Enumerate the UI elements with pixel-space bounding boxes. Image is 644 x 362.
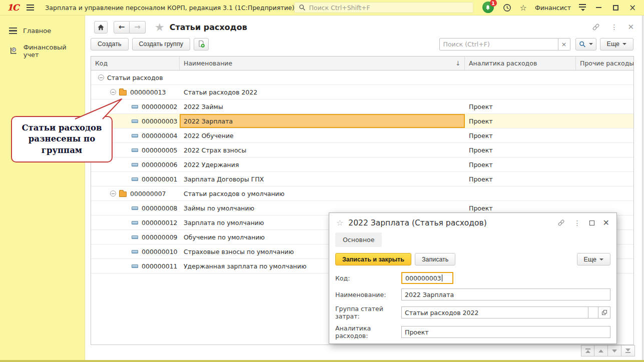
list-search-input[interactable]: Поиск (Ctrl+F) <box>439 38 558 50</box>
callout-tail <box>70 95 130 125</box>
forward-button[interactable]: → <box>130 21 146 34</box>
global-search-placeholder: Поиск Ctrl+Shift+F <box>309 4 370 12</box>
page-header-icons: ⋮ ✕ <box>591 23 634 31</box>
column-header-analytics[interactable]: Аналитика расходов <box>465 56 576 70</box>
dialog-more-button[interactable]: Еще <box>577 253 610 266</box>
table-row[interactable]: 0000000042022 ОбучениеПроект <box>91 128 633 143</box>
table-row-group[interactable]: 000000013Статьи расходов 2022 <box>91 85 633 100</box>
column-header-name[interactable]: Наименование ↓ <box>180 56 465 70</box>
favorite-page-icon[interactable]: ★ <box>155 21 165 34</box>
1c-logo-icon[interactable]: 1С <box>7 2 19 12</box>
back-button[interactable]: ← <box>114 21 130 34</box>
more-actions-icon[interactable]: ⋮ <box>574 220 581 226</box>
sidebar-item-label: Финансовый учет <box>24 44 80 58</box>
name-value: 2022 Зарплата <box>405 291 454 298</box>
create-button[interactable]: Создать <box>91 38 129 50</box>
cell-code: 000000012 <box>91 216 180 230</box>
cell-code: 000000010 <box>91 244 180 258</box>
close-page-icon[interactable]: ✕ <box>627 24 634 31</box>
code-text: 000000013 <box>130 88 166 96</box>
group-dropdown-button[interactable] <box>588 306 598 318</box>
item-icon <box>132 221 138 224</box>
notification-badge: 1 <box>490 0 497 6</box>
history-nav-group: ← → <box>114 21 146 34</box>
more-button[interactable]: Еще <box>600 38 633 50</box>
settings-menu-icon[interactable] <box>579 4 586 11</box>
cell-analytics: Проект <box>465 143 576 157</box>
cell-code: 000000001 <box>91 172 180 186</box>
go-previous-button[interactable] <box>594 345 608 356</box>
item-icon <box>132 105 138 108</box>
favorite-icon[interactable]: ☆ <box>336 218 343 228</box>
code-text: 000000006 <box>142 161 178 168</box>
code-text: 000000008 <box>142 204 178 212</box>
link-icon[interactable] <box>557 219 565 226</box>
maximize-dialog-icon[interactable] <box>589 220 594 226</box>
dialog-more-label: Еще <box>584 256 596 263</box>
page-title: Статьи расходов <box>170 22 247 32</box>
search-icon <box>579 40 586 48</box>
cell-code: 000000011 <box>91 259 180 273</box>
create-group-button[interactable]: Создать группу <box>132 38 190 50</box>
notifications-button[interactable]: 1 <box>482 2 494 14</box>
sidebar-item-financial-accounting[interactable]: ₽ Финансовый учет <box>0 39 85 63</box>
cell-analytics: Проект <box>465 128 576 142</box>
group-value: Статьи расходов 2022 <box>405 309 478 316</box>
tab-main[interactable]: Основное <box>335 232 382 247</box>
main-menu-icon[interactable] <box>27 4 34 10</box>
tree-collapse-icon[interactable] <box>110 190 116 196</box>
table-row[interactable]: 0000000032022 ЗарплатаПроект <box>91 114 633 128</box>
save-and-close-button[interactable]: Записать и закрыть <box>335 253 411 266</box>
clear-search-button[interactable]: × <box>558 38 570 50</box>
advanced-search-button[interactable] <box>575 38 596 50</box>
group-open-button[interactable] <box>598 306 610 318</box>
table-row[interactable]: 0000000022022 ЗаймыПроект <box>91 100 633 114</box>
tree-collapse-icon[interactable] <box>110 89 116 95</box>
history-icon[interactable] <box>502 3 512 12</box>
sections-icon <box>9 28 17 34</box>
code-text: Статьи расходов <box>107 74 163 82</box>
column-header-other[interactable]: Прочие расходы <box>576 56 633 70</box>
global-search-input[interactable]: Поиск Ctrl+Shift+F <box>294 2 473 13</box>
item-icon <box>132 134 138 138</box>
home-button[interactable] <box>94 21 108 34</box>
home-icon <box>97 24 105 31</box>
field-row-code: Код: 000000003 <box>335 272 610 284</box>
maximize-button[interactable] <box>611 3 620 12</box>
copy-button[interactable] <box>194 38 209 50</box>
tree-collapse-icon[interactable] <box>98 74 104 80</box>
table-row[interactable]: Статьи расходов <box>91 70 633 85</box>
table-row[interactable]: 0000000062022 УдержанияПроект <box>91 158 633 172</box>
current-user[interactable]: Финансист <box>535 4 571 12</box>
link-icon[interactable] <box>591 23 600 31</box>
analytics-input[interactable]: Проект <box>401 326 610 338</box>
expense-item-dialog: ☆ 2022 Зарплата (Статья расходов) ⋮ ✕ Ос… <box>329 212 617 344</box>
go-first-button[interactable] <box>581 345 594 356</box>
item-icon <box>132 250 138 254</box>
cell-code: Статьи расходов <box>91 70 180 84</box>
minimize-button[interactable] <box>594 3 603 12</box>
save-button[interactable]: Записать <box>415 253 455 266</box>
go-last-button[interactable] <box>621 345 635 356</box>
cell-other <box>576 128 633 142</box>
table-row-group[interactable]: 000000007Статьи расходов о умолчанию <box>91 186 633 201</box>
copy-document-icon <box>197 40 205 48</box>
close-dialog-icon[interactable]: ✕ <box>603 219 609 227</box>
table-row[interactable]: 000000001Зарплата Договоры ГПХПроект <box>91 172 633 186</box>
go-next-button[interactable] <box>608 345 621 356</box>
code-input[interactable]: 000000003 <box>401 272 453 284</box>
code-text: 000000005 <box>142 146 178 154</box>
cell-other <box>576 172 633 186</box>
more-actions-icon[interactable]: ⋮ <box>610 24 617 30</box>
svg-text:₽: ₽ <box>13 48 15 51</box>
cell-name: 2022 Удержания <box>180 158 465 172</box>
sidebar-item-main[interactable]: Главное <box>0 22 85 39</box>
name-input[interactable]: 2022 Зарплата <box>401 288 610 300</box>
cell-name: Зарплата Договоры ГПХ <box>180 172 465 186</box>
group-input[interactable]: Статьи расходов 2022 <box>401 306 588 318</box>
favorites-icon[interactable]: ☆ <box>520 3 527 12</box>
column-header-code[interactable]: Код <box>91 56 180 70</box>
code-text: 000000003 <box>142 118 178 125</box>
close-window-button[interactable]: × <box>628 3 637 12</box>
table-row[interactable]: 0000000052022 Страх взносыПроект <box>91 143 633 158</box>
